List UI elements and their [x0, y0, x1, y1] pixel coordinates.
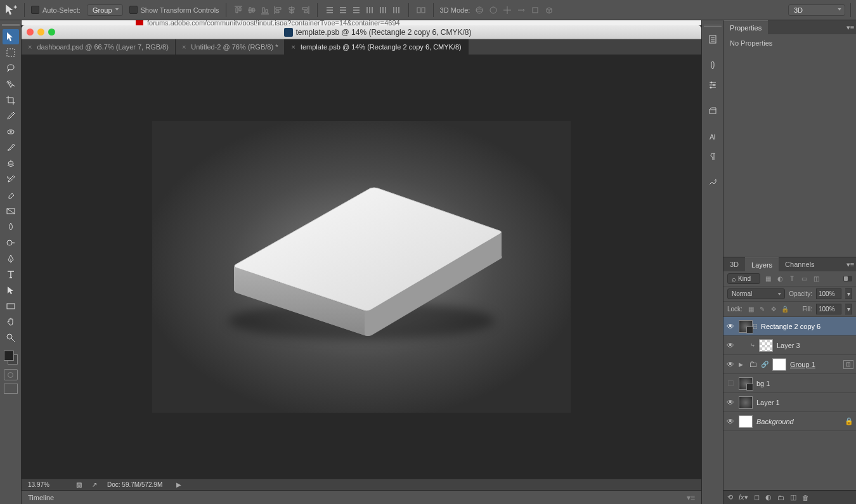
layer-mask-icon[interactable]: ◻: [754, 493, 760, 501]
dodge-tool[interactable]: [3, 235, 19, 250]
lock-transparency-icon[interactable]: ▦: [746, 304, 756, 314]
3d-scale-icon[interactable]: [529, 4, 541, 16]
visibility-eye-icon[interactable]: ☐: [726, 379, 735, 388]
filter-adjust-icon[interactable]: ◐: [775, 274, 785, 284]
settings-panel-icon[interactable]: [704, 174, 721, 191]
layer-link-icon[interactable]: ⌸: [753, 323, 757, 330]
filter-pixel-icon[interactable]: ▦: [763, 274, 773, 284]
visibility-eye-icon[interactable]: 👁: [726, 360, 735, 369]
layer-fx-button-icon[interactable]: fx▾: [739, 493, 748, 501]
show-transform-checkbox[interactable]: Show Transform Controls: [129, 6, 219, 14]
link-layers-icon[interactable]: ⟲: [727, 493, 733, 501]
properties-tab[interactable]: Properties: [723, 20, 768, 34]
layer-name[interactable]: Group 1: [790, 361, 815, 368]
opacity-dropdown-icon[interactable]: ▾: [845, 288, 852, 299]
type-tool[interactable]: [3, 267, 19, 282]
status-menu-icon[interactable]: ▶: [176, 481, 181, 488]
move-tool[interactable]: [3, 29, 19, 44]
workspace-dropdown[interactable]: 3D: [788, 4, 845, 16]
timeline-panel[interactable]: Timeline ▾≡: [22, 490, 701, 504]
distribute-vcenter-icon[interactable]: [337, 4, 349, 16]
auto-select-checkbox[interactable]: Auto-Select:: [31, 6, 81, 14]
paragraph-panel-icon[interactable]: [704, 148, 721, 165]
distribute-bottom-icon[interactable]: [351, 4, 362, 16]
filter-toggle[interactable]: [843, 276, 852, 281]
visibility-eye-icon[interactable]: 👁: [726, 417, 735, 426]
filter-kind-dropdown[interactable]: Kind: [727, 273, 760, 284]
layer-group-icon[interactable]: 🗀: [777, 494, 784, 501]
panel-menu-icon[interactable]: ▾≡: [845, 20, 856, 34]
align-left-icon[interactable]: [273, 4, 284, 16]
canvas-viewport[interactable]: [22, 55, 701, 479]
doc-size-info[interactable]: Doc: 59.7M/572.9M: [107, 481, 162, 488]
3d-orbit-icon[interactable]: [474, 4, 485, 16]
align-right-icon[interactable]: [299, 4, 311, 16]
screen-mode-icon[interactable]: [4, 384, 18, 394]
adjustment-layer-icon[interactable]: ◐: [765, 493, 772, 501]
marquee-tool[interactable]: [3, 45, 19, 60]
status-icon-2[interactable]: ↗: [92, 481, 97, 488]
layer-item[interactable]: 👁 Layer 1: [723, 393, 856, 412]
close-tab-icon[interactable]: ×: [182, 43, 186, 51]
panel-grip-icon[interactable]: [2, 22, 20, 27]
layer-thumb[interactable]: [759, 339, 773, 352]
3d-cube-icon[interactable]: [543, 4, 555, 16]
layer-name[interactable]: Layer 1: [756, 399, 780, 406]
rectangle-tool[interactable]: [3, 299, 19, 314]
color-swatch[interactable]: [3, 349, 19, 366]
window-titlebar[interactable]: template.psb @ 14% (Rectangle 2 copy 6, …: [22, 25, 701, 39]
layer-thumb[interactable]: [772, 358, 786, 371]
pen-tool[interactable]: [3, 251, 19, 266]
tab-layers[interactable]: Layers: [745, 257, 779, 271]
visibility-eye-icon[interactable]: 👁: [726, 341, 735, 350]
layer-item[interactable]: 👁 ▶ 🗀 🔗 Group 1 ◫: [723, 355, 856, 374]
filter-smart-icon[interactable]: ◫: [811, 274, 821, 284]
close-window-icon[interactable]: [27, 29, 34, 36]
align-hcenter-icon[interactable]: [286, 4, 297, 16]
visibility-eye-icon[interactable]: 👁: [726, 322, 735, 331]
align-top-icon[interactable]: [233, 4, 244, 16]
fill-dropdown-icon[interactable]: ▾: [845, 304, 852, 314]
brush-tool[interactable]: [3, 140, 19, 155]
tab-3d[interactable]: 3D: [723, 257, 745, 271]
lock-position-icon[interactable]: ✥: [769, 304, 779, 314]
layer-link-icon[interactable]: 🔗: [761, 361, 768, 368]
hand-tool[interactable]: [3, 314, 19, 330]
lock-all-icon[interactable]: 🔒: [781, 304, 790, 314]
lasso-tool[interactable]: [3, 61, 19, 76]
brush-panel-icon[interactable]: [704, 57, 721, 74]
align-bottom-icon[interactable]: [259, 4, 271, 16]
character-panel-icon[interactable]: A: [704, 129, 721, 145]
auto-select-dropdown[interactable]: Group: [87, 4, 123, 16]
panel-menu-icon[interactable]: ▾≡: [845, 257, 856, 271]
minimize-window-icon[interactable]: [37, 29, 44, 36]
panel-menu-icon[interactable]: ▾≡: [687, 493, 695, 502]
zoom-value[interactable]: 13.97%: [28, 481, 66, 488]
adjustments-panel-icon[interactable]: [704, 77, 721, 93]
auto-align-icon[interactable]: [415, 4, 427, 16]
layer-list[interactable]: 👁 ⌸ Rectangle 2 copy 6 👁 ⤷ Layer 3: [723, 317, 856, 490]
quick-mask-icon[interactable]: [4, 369, 18, 380]
close-tab-icon[interactable]: ×: [28, 43, 32, 51]
layer-thumb[interactable]: [739, 415, 753, 428]
filter-type-icon[interactable]: T: [787, 274, 797, 284]
history-panel-icon[interactable]: [704, 31, 721, 48]
doc-tab-1[interactable]: ×Untitled-2 @ 76% (RGB/8) *: [176, 39, 285, 55]
layer-name[interactable]: Layer 3: [777, 342, 800, 349]
3d-roll-icon[interactable]: [488, 4, 499, 16]
layer-fx-icon[interactable]: ◫: [843, 360, 853, 369]
crop-tool[interactable]: [3, 93, 19, 108]
layer-item[interactable]: 👁 ⌸ Rectangle 2 copy 6: [723, 317, 856, 336]
align-vcenter-icon[interactable]: [246, 4, 257, 16]
lock-pixels-icon[interactable]: ✎: [758, 304, 767, 314]
close-tab-icon[interactable]: ×: [291, 43, 295, 51]
status-icon-1[interactable]: ▧: [76, 481, 82, 488]
3d-pan-icon[interactable]: [502, 4, 513, 16]
path-select-tool[interactable]: [3, 283, 19, 298]
layer-item[interactable]: 👁 Background 🔒: [723, 412, 856, 431]
expand-arrow-icon[interactable]: ▶: [739, 361, 745, 368]
panel-grip-icon[interactable]: [704, 23, 722, 28]
filter-shape-icon[interactable]: ▭: [799, 274, 809, 284]
distribute-right-icon[interactable]: [391, 4, 402, 16]
blend-mode-dropdown[interactable]: Normal: [727, 288, 785, 299]
